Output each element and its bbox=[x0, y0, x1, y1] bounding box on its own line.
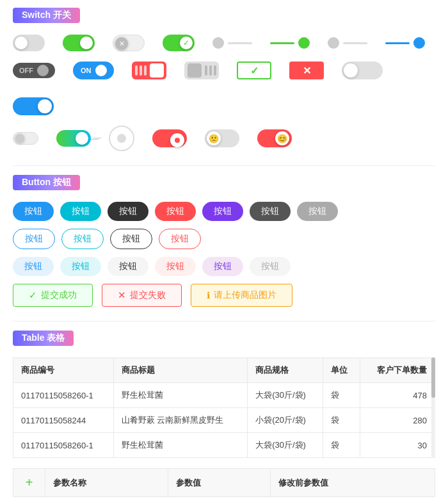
th-param-value: 参数值 bbox=[168, 469, 271, 497]
btn-status-warning[interactable]: ℹ 请上传商品图片 bbox=[191, 284, 292, 307]
toggle-line-on-blue[interactable] bbox=[385, 37, 425, 49]
btn-blue[interactable]: 按钮 bbox=[13, 202, 54, 221]
toggle-bars-red[interactable] bbox=[132, 61, 166, 79]
btn-light-teal[interactable]: 按钮 bbox=[60, 257, 101, 276]
th-product-id: 商品编号 bbox=[13, 358, 114, 383]
cell-spec-1: 小袋(20斤/袋) bbox=[248, 408, 323, 433]
toggle-small-off[interactable] bbox=[13, 132, 38, 145]
toggle-gray-face[interactable]: 🙁 bbox=[205, 129, 239, 147]
th-order-qty: 客户下单数量 bbox=[360, 358, 435, 383]
cell-id-2: 01170115058260-1 bbox=[13, 433, 114, 458]
switch-row-1: ✕ ✓ bbox=[13, 35, 435, 51]
bottom-table-header: + 参数名称 参数值 修改前参数值 bbox=[13, 469, 435, 497]
status-button-row: ✓ 提交成功 ✕ 提交失败 ℹ 请上传商品图片 bbox=[13, 284, 435, 307]
add-row-button[interactable]: + bbox=[13, 469, 45, 497]
btn-status-error[interactable]: ✕ 提交失败 bbox=[102, 284, 182, 307]
button-badge: Button 按钮 bbox=[13, 175, 80, 190]
toggle-off-gray[interactable] bbox=[13, 35, 45, 51]
switch-section: Switch 开关 ✕ bbox=[13, 8, 435, 151]
toggle-red-dot[interactable] bbox=[152, 129, 187, 147]
btn-light-red[interactable]: 按钮 bbox=[155, 257, 196, 276]
toggle-label-on[interactable]: ON bbox=[73, 61, 114, 79]
toggle-circle-off[interactable] bbox=[109, 126, 134, 151]
th-product-title: 商品标题 bbox=[113, 358, 248, 383]
warning-icon: ℹ bbox=[207, 290, 210, 300]
toggle-line-off2[interactable] bbox=[328, 37, 367, 49]
switch-row-3: — 🙁 😊 bbox=[13, 126, 435, 151]
cell-title-1: 山肴野蔌 云南新鲜黑皮野生 bbox=[113, 408, 248, 433]
toggle-sad-face[interactable]: 😊 bbox=[257, 129, 292, 147]
btn-outline-blue[interactable]: 按钮 bbox=[13, 229, 55, 249]
button-section: Button 按钮 按钮 按钮 按钮 按钮 按钮 按钮 按钮 按钮 按钮 按钮 … bbox=[13, 175, 435, 307]
toggle-on-text: ON bbox=[81, 67, 92, 74]
btn-status-success[interactable]: ✓ 提交成功 bbox=[13, 284, 93, 307]
button-row-outline: 按钮 按钮 按钮 按钮 bbox=[13, 229, 435, 249]
btn-outline-red[interactable]: 按钮 bbox=[159, 229, 201, 249]
table-body: 01170115058260-1 野生松茸菌 大袋(30斤/袋) 袋 478 0… bbox=[13, 383, 435, 458]
cell-unit-2: 袋 bbox=[323, 433, 360, 458]
btn-purple[interactable]: 按钮 bbox=[202, 202, 243, 221]
th-unit: 单位 bbox=[323, 358, 360, 383]
scrollbar-thumb[interactable] bbox=[431, 357, 435, 398]
btn-red[interactable]: 按钮 bbox=[155, 202, 196, 221]
toggle-gradient-on[interactable]: — bbox=[56, 130, 91, 147]
table-wrapper: 商品编号 商品标题 商品规格 单位 客户下单数量 01170115058260-… bbox=[13, 357, 435, 458]
button-row-light: 按钮 按钮 按钮 按钮 按钮 按钮 bbox=[13, 257, 435, 276]
switch-row-2: OFF ON ✓ bbox=[13, 61, 435, 115]
btn-gray[interactable]: 按钮 bbox=[297, 202, 338, 221]
btn-light-blue[interactable]: 按钮 bbox=[13, 257, 54, 276]
btn-outline-dark[interactable]: 按钮 bbox=[110, 229, 152, 249]
cell-qty-2: 30 bbox=[360, 433, 435, 458]
table-section: Table 表格 商品编号 商品标题 商品规格 单位 客户下单数量 011701… bbox=[13, 331, 435, 497]
cell-qty-0: 478 bbox=[360, 383, 435, 408]
table-header: 商品编号 商品标题 商品规格 单位 客户下单数量 bbox=[13, 358, 435, 383]
toggle-bars-gray[interactable] bbox=[184, 61, 219, 79]
cell-qty-1: 280 bbox=[360, 408, 435, 433]
scrollbar-track bbox=[431, 357, 435, 458]
toggle-on-green[interactable] bbox=[63, 35, 95, 51]
cell-title-0: 野生松茸菌 bbox=[113, 383, 248, 408]
toggle-off-text: OFF bbox=[19, 67, 33, 74]
toggle-off-x[interactable]: ✕ bbox=[113, 35, 145, 51]
switch-badge: Switch 开关 bbox=[13, 8, 80, 23]
error-label: 提交失败 bbox=[130, 290, 166, 301]
success-label: 提交成功 bbox=[41, 290, 77, 301]
btn-outline-teal[interactable]: 按钮 bbox=[61, 229, 104, 249]
warning-label: 请上传商品图片 bbox=[214, 290, 276, 301]
bottom-table: + 参数名称 参数值 修改前参数值 bbox=[13, 468, 435, 497]
btn-dark[interactable]: 按钮 bbox=[108, 202, 148, 221]
cell-spec-2: 大袋(30斤/袋) bbox=[248, 433, 323, 458]
btn-light-purple[interactable]: 按钮 bbox=[202, 257, 243, 276]
error-icon: ✕ bbox=[118, 290, 126, 301]
th-param-prev: 修改前参数值 bbox=[270, 469, 435, 497]
cell-id-0: 01170115058260-1 bbox=[13, 383, 114, 408]
cell-unit-1: 袋 bbox=[323, 408, 360, 433]
cell-spec-0: 大袋(30斤/袋) bbox=[248, 383, 323, 408]
toggle-wide-off[interactable] bbox=[342, 61, 383, 79]
toggle-box-check[interactable]: ✓ bbox=[237, 61, 271, 79]
btn-teal[interactable]: 按钮 bbox=[60, 202, 101, 221]
button-row-filled: 按钮 按钮 按钮 按钮 按钮 按钮 按钮 bbox=[13, 202, 435, 221]
cell-title-2: 野生松茸菌 bbox=[113, 433, 248, 458]
cell-id-1: 01170115058244 bbox=[13, 408, 114, 433]
btn-darkgray[interactable]: 按钮 bbox=[250, 202, 291, 221]
table-row: 01170115058260-1 野生松茸菌 大袋(30斤/袋) 袋 30 bbox=[13, 433, 435, 458]
table-row: 01170115058260-1 野生松茸菌 大袋(30斤/袋) 袋 478 bbox=[13, 383, 435, 408]
toggle-line-off[interactable] bbox=[212, 37, 252, 49]
cell-unit-0: 袋 bbox=[323, 383, 360, 408]
toggle-box-x[interactable]: ✕ bbox=[289, 61, 324, 79]
toggle-wide-on[interactable] bbox=[13, 97, 54, 115]
toggle-on-check[interactable]: ✓ bbox=[163, 35, 195, 51]
success-icon: ✓ bbox=[29, 290, 37, 301]
th-product-spec: 商品规格 bbox=[248, 358, 323, 383]
th-param-name: 参数名称 bbox=[45, 469, 168, 497]
main-table: 商品编号 商品标题 商品规格 单位 客户下单数量 01170115058260-… bbox=[13, 357, 435, 458]
toggle-line-on-green[interactable] bbox=[270, 37, 310, 49]
btn-light-gray[interactable]: 按钮 bbox=[250, 257, 291, 276]
table-row: 01170115058244 山肴野蔌 云南新鲜黑皮野生 小袋(20斤/袋) 袋… bbox=[13, 408, 435, 433]
toggle-label-off[interactable]: OFF bbox=[13, 63, 55, 78]
btn-light-dark[interactable]: 按钮 bbox=[108, 257, 148, 276]
table-badge: Table 表格 bbox=[13, 331, 74, 346]
